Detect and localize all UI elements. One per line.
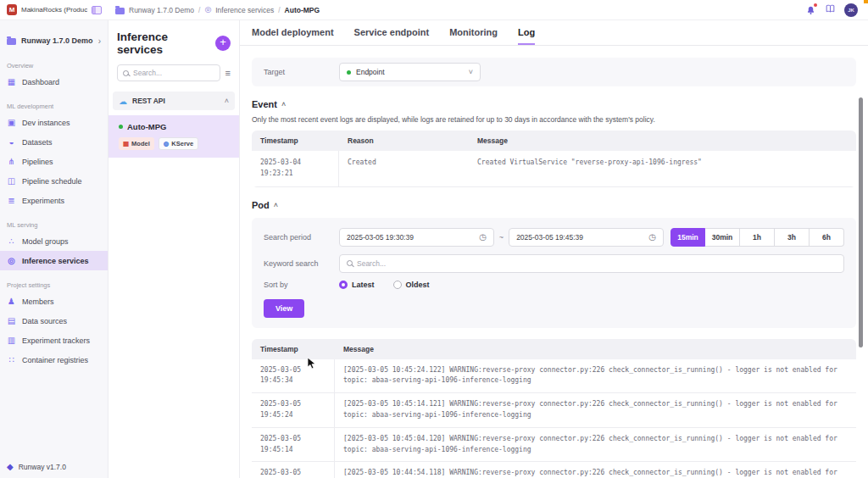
avatar[interactable]: JK bbox=[844, 3, 858, 17]
sidebar-item-pipelines[interactable]: ⋔ Pipelines bbox=[0, 152, 108, 171]
sort-oldest-option[interactable]: Oldest bbox=[393, 281, 430, 289]
sidebar-section-ml-development: ML development bbox=[7, 103, 101, 110]
chevron-up-icon: ˄ bbox=[225, 97, 229, 105]
sidebar-item-label: Datasets bbox=[22, 138, 53, 147]
sidebar-item-dashboard[interactable]: ▦ Dashboard bbox=[0, 72, 108, 92]
tag-label: KServe bbox=[171, 140, 193, 147]
range-3h-button[interactable]: 3h bbox=[775, 228, 810, 247]
search-period-from[interactable]: ◷ bbox=[339, 228, 494, 247]
clock-icon[interactable]: ◷ bbox=[648, 233, 656, 242]
radio-unchecked-icon[interactable] bbox=[393, 281, 402, 289]
docs-button[interactable] bbox=[825, 3, 836, 18]
tab-model-deployment[interactable]: Model deployment bbox=[252, 27, 334, 45]
experiment-trackers-icon: ▥ bbox=[7, 336, 16, 345]
sidebar-item-dev-instances[interactable]: ▣ Dev instances bbox=[0, 113, 108, 132]
makinarocks-logo-icon: M bbox=[7, 4, 17, 15]
sidebar-item-label: Model groups bbox=[22, 237, 69, 246]
range-button-group: 15min 30min 1h 3h 6h bbox=[670, 228, 844, 247]
pod-title: Pod bbox=[252, 200, 270, 210]
radio-checked-icon[interactable] bbox=[339, 281, 348, 289]
sidebar-item-inference-services[interactable]: ◎ Inference services bbox=[0, 251, 108, 270]
notifications-button[interactable] bbox=[805, 4, 816, 15]
view-button[interactable]: View bbox=[264, 299, 304, 318]
keyword-search-label: Keyword search bbox=[264, 259, 339, 268]
log-message: [2025-03-05 10:45:24.122] WARNING:revers… bbox=[335, 359, 856, 394]
col-message: Message bbox=[335, 339, 856, 359]
pipelines-icon: ⋔ bbox=[7, 158, 16, 166]
breadcrumb: Runway 1.7.0 Demo / ◎ Inference services… bbox=[108, 6, 805, 14]
filter-icon[interactable]: ≡ bbox=[225, 68, 231, 78]
status-dot bbox=[119, 125, 123, 129]
keyword-search-box[interactable] bbox=[339, 254, 844, 273]
pipeline-schedule-icon: ◫ bbox=[7, 177, 16, 186]
search-icon bbox=[123, 70, 129, 76]
log-message: [2025-03-05 10:44:54.118] WARNING:revers… bbox=[335, 462, 856, 478]
log-message: [2025-03-05 10:45:04.120] WARNING:revers… bbox=[335, 428, 856, 463]
target-panel: Target Endpoint ˅ bbox=[252, 58, 856, 86]
search-period-to[interactable]: ◷ bbox=[509, 228, 664, 247]
sidebar-item-label: Pipeline schedule bbox=[22, 177, 82, 186]
sidebar-item-label: Experiments bbox=[22, 197, 64, 205]
sidebar-item-experiments[interactable]: ≣ Experiments bbox=[0, 191, 108, 210]
chevron-right-icon: › bbox=[98, 36, 101, 46]
tab-monitoring[interactable]: Monitoring bbox=[449, 27, 498, 45]
sidebar-item-pipeline-schedule[interactable]: ◫ Pipeline schedule bbox=[0, 171, 108, 191]
range-6h-button[interactable]: 6h bbox=[810, 228, 844, 247]
chevron-down-icon: ˅ bbox=[469, 68, 473, 76]
breadcrumb-inference-services[interactable]: Inference services bbox=[215, 6, 274, 14]
sidebar-item-label: Pipelines bbox=[22, 158, 53, 166]
clock-icon[interactable]: ◷ bbox=[479, 233, 487, 242]
sort-option-label: Latest bbox=[352, 281, 375, 289]
group-rest-api[interactable]: ☁ REST API ˄ bbox=[113, 92, 235, 110]
event-section-header[interactable]: Event ˄ bbox=[252, 99, 856, 109]
model-groups-icon: ∴ bbox=[7, 237, 16, 246]
range-30min-button[interactable]: 30min bbox=[705, 228, 740, 247]
inference-services-icon: ◎ bbox=[7, 257, 16, 265]
sort-latest-option[interactable]: Latest bbox=[339, 281, 375, 289]
event-reason: Created bbox=[339, 151, 469, 187]
scrollbar[interactable] bbox=[859, 97, 863, 347]
target-label: Target bbox=[264, 68, 339, 76]
tag-model: ▦ Model bbox=[119, 137, 154, 150]
sidebar-item-data-sources[interactable]: ▤ Data sources bbox=[0, 311, 108, 331]
org-switcher[interactable]: M MakinaRocks (Product ... bbox=[0, 4, 108, 15]
sidebar-item-datasets[interactable]: ◒ Datasets bbox=[0, 132, 108, 152]
chevron-up-icon: ˄ bbox=[281, 100, 286, 108]
notification-dot bbox=[814, 3, 817, 7]
breadcrumb-project[interactable]: Runway 1.7.0 Demo bbox=[129, 6, 194, 14]
log-row: 2025-03-05 19:45:04 [2025-03-05 10:44:54… bbox=[252, 462, 856, 478]
sort-option-label: Oldest bbox=[406, 281, 430, 289]
panel-title: Inference services bbox=[117, 31, 215, 56]
service-item-auto-mpg[interactable]: Auto-MPG ▦ Model ◍ KServe bbox=[108, 115, 239, 158]
sidebar-item-experiment-trackers[interactable]: ▥ Experiment trackers bbox=[0, 331, 108, 350]
rest-api-icon: ☁ bbox=[119, 97, 127, 106]
service-name: Auto-MPG bbox=[127, 122, 166, 131]
range-15min-button[interactable]: 15min bbox=[670, 228, 705, 247]
tag-label: Model bbox=[131, 140, 150, 147]
collapse-sidebar-icon[interactable] bbox=[92, 6, 102, 14]
tab-log[interactable]: Log bbox=[518, 27, 535, 45]
sidebar-item-members[interactable]: ♟ Members bbox=[0, 292, 108, 311]
target-select[interactable]: Endpoint ˅ bbox=[339, 63, 481, 81]
log-row: 2025-03-05 19:45:34 [2025-03-05 10:45:24… bbox=[252, 359, 856, 394]
sidebar-item-label: Members bbox=[22, 297, 54, 306]
range-1h-button[interactable]: 1h bbox=[740, 228, 775, 247]
sidebar-item-container-registries[interactable]: ∷ Container registries bbox=[0, 350, 108, 370]
group-label: REST API bbox=[132, 97, 220, 105]
pod-section-header[interactable]: Pod ˄ bbox=[252, 200, 856, 210]
dev-instances-icon: ▣ bbox=[7, 119, 16, 127]
main-content: Model deployment Service endpoint Monito… bbox=[240, 20, 868, 478]
service-search-box[interactable] bbox=[117, 64, 220, 81]
add-inference-service-button[interactable]: + bbox=[215, 36, 231, 51]
service-search-input[interactable] bbox=[133, 69, 214, 77]
breadcrumb-current: Auto-MPG bbox=[285, 6, 320, 14]
event-table: Timestamp Reason Message 2025-03-04 19:2… bbox=[252, 131, 856, 187]
log-timestamp: 2025-03-05 19:45:24 bbox=[252, 393, 335, 428]
keyword-search-input[interactable] bbox=[357, 259, 837, 268]
sidebar-item-model-groups[interactable]: ∴ Model groups bbox=[0, 231, 108, 251]
sidebar-project-selector[interactable]: Runway 1.7.0 Demo › bbox=[7, 31, 101, 51]
search-period-from-input[interactable] bbox=[347, 233, 479, 242]
tab-service-endpoint[interactable]: Service endpoint bbox=[354, 27, 430, 45]
pod-log-table: Timestamp Message 2025-03-05 19:45:34 [2… bbox=[252, 339, 856, 478]
search-period-to-input[interactable] bbox=[516, 233, 648, 242]
